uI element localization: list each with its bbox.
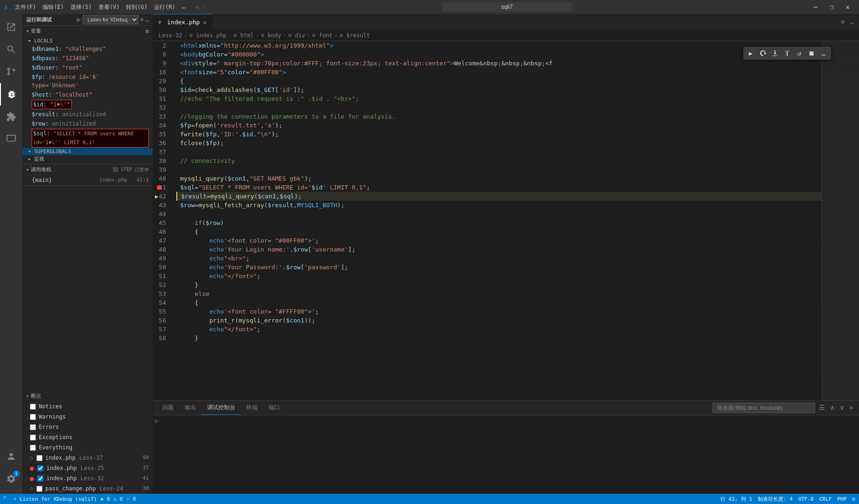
statusbar-layout-icon[interactable]: ⊟ bbox=[852, 496, 855, 502]
tab-split-right[interactable]: ⊟ bbox=[839, 18, 846, 26]
statusbar-debug-indicator[interactable]: ⚡ Listen for XDebug (sqli7) bbox=[4, 496, 97, 502]
var-sql[interactable]: $sql: "SELECT * FROM users WHERE id='1♦\… bbox=[22, 128, 153, 148]
menu-bar[interactable]: 文件(F) 编辑(E) 选择(S) 查看(V) 转到(G) 运行(R) … bbox=[12, 2, 188, 12]
panel-close-icon[interactable]: ✕ bbox=[848, 403, 855, 413]
statusbar-line-ending[interactable]: CRLF bbox=[819, 496, 832, 502]
bp-file-less25-checkbox[interactable] bbox=[37, 465, 43, 471]
activity-source-control[interactable] bbox=[0, 61, 22, 83]
debug-filter-input[interactable] bbox=[712, 403, 815, 413]
panel-tab-output[interactable]: 输出 bbox=[179, 401, 202, 415]
ln-44: 44 bbox=[153, 210, 171, 218]
activity-account[interactable] bbox=[0, 445, 22, 468]
breadcrumb-html[interactable]: ⊙ html bbox=[234, 32, 254, 39]
menu-edit[interactable]: 编辑(E) bbox=[40, 2, 67, 12]
debug-step-into-button[interactable] bbox=[769, 48, 781, 59]
nav-back[interactable]: ◁ bbox=[196, 4, 199, 10]
panel-tab-problems[interactable]: 问题 bbox=[157, 401, 179, 415]
code-content[interactable]: <html xmlns="http://www.w3.org/1999/xhtm… bbox=[176, 41, 822, 400]
tab-close-button[interactable]: ✕ bbox=[203, 19, 206, 26]
statusbar-warnings[interactable]: ⚠ 0 bbox=[113, 496, 123, 502]
debug-continue-button[interactable]: ▶ bbox=[745, 48, 756, 59]
code-line-29: { bbox=[176, 77, 822, 85]
maximize-button[interactable]: ❐ bbox=[824, 1, 839, 13]
activity-extensions[interactable] bbox=[0, 105, 22, 128]
panel-tab-ports[interactable]: 端口 bbox=[263, 401, 286, 415]
bp-file-less32-checkbox[interactable] bbox=[37, 476, 43, 482]
breakpoints-header[interactable]: ▾ 断点 bbox=[22, 391, 153, 401]
statusbar-encoding[interactable]: UTF-8 bbox=[798, 496, 814, 502]
variables-header[interactable]: ▾ 变量 ⊟ bbox=[22, 26, 153, 36]
locals-group[interactable]: ▾ Locals bbox=[22, 37, 153, 44]
statusbar-tab-size[interactable]: 制表符长度: 4 bbox=[758, 496, 793, 503]
statusbar-errors[interactable]: ⊗ 0 bbox=[100, 496, 110, 502]
tab-index-php[interactable]: P index.php ✕ bbox=[153, 14, 213, 30]
breadcrumb-body[interactable]: ⊙ body bbox=[261, 32, 281, 39]
activity-settings[interactable]: 1 bbox=[0, 468, 22, 490]
nav-forward[interactable]: ▷ bbox=[203, 4, 206, 10]
search-area bbox=[210, 2, 804, 12]
activity-explorer[interactable] bbox=[0, 16, 22, 38]
debug-step-out-button[interactable] bbox=[782, 48, 793, 59]
var-id[interactable]: $id: "1♦\'" bbox=[22, 99, 153, 110]
call-stack-header[interactable]: ▾ 调用堆栈 ⬛ step 已暂停 bbox=[22, 164, 153, 175]
call-stack-title: 调用堆栈 bbox=[31, 166, 51, 173]
debug-restart-button[interactable]: ↺ bbox=[794, 48, 805, 59]
bp-errors-label: Errors bbox=[39, 423, 59, 431]
statusbar-left: ⚡ Listen for XDebug (sqli7) ⊗ 0 ⚠ 0 ⚐ 0 bbox=[4, 496, 136, 502]
ln-58: 58 bbox=[153, 334, 171, 343]
panel-menu-icon[interactable]: ☰ bbox=[817, 403, 827, 413]
global-search-input[interactable] bbox=[442, 2, 573, 12]
expand-arrow[interactable]: ▷ bbox=[155, 417, 857, 424]
panel-tab-terminal[interactable]: 终端 bbox=[241, 401, 263, 415]
debug-config-select[interactable]: Listen for XDebug bbox=[83, 15, 139, 24]
variables-collapse-icon[interactable]: ⊟ bbox=[146, 28, 149, 34]
panel-tab-debug-console[interactable]: 调试控制台 bbox=[202, 401, 241, 415]
bp-errors-checkbox[interactable] bbox=[30, 424, 36, 430]
superglobals-group[interactable]: ▾ Superglobals bbox=[22, 148, 153, 155]
bp-everything-checkbox[interactable] bbox=[30, 445, 36, 451]
statusbar-line-col[interactable]: 行 42, 列 1 bbox=[720, 496, 752, 503]
bp-warnings-checkbox[interactable] bbox=[30, 414, 36, 420]
bp-file-less25-line: 37 bbox=[143, 464, 149, 472]
activity-remote[interactable] bbox=[0, 128, 22, 150]
debug-step-over-button[interactable] bbox=[757, 48, 768, 59]
debug-more-button[interactable]: … bbox=[818, 48, 829, 59]
tab-more[interactable]: … bbox=[848, 18, 855, 26]
bp-file-less17-dir: Less-17 bbox=[79, 454, 103, 462]
bp-notices-checkbox[interactable] bbox=[30, 404, 36, 410]
breadcrumb-sep3: › bbox=[256, 32, 259, 39]
panel-scroll-up-icon[interactable]: ∧ bbox=[829, 403, 836, 413]
debug-more-icon[interactable]: … bbox=[146, 16, 149, 23]
breadcrumb-file[interactable]: ⊙ index.php bbox=[189, 32, 226, 39]
bp-exceptions-checkbox[interactable] bbox=[30, 434, 36, 441]
breadcrumb-result[interactable]: ⊙ $result bbox=[340, 32, 370, 39]
code-line-39 bbox=[176, 165, 822, 174]
variables-title: 变量 bbox=[31, 28, 41, 35]
debug-stop-button[interactable]: ⏹ bbox=[806, 48, 817, 59]
breadcrumb-font[interactable]: ⊙ font bbox=[312, 32, 332, 39]
statusbar-info[interactable]: ⚐ 0 bbox=[126, 496, 136, 502]
monitor-section-header[interactable]: ▸ 监视 bbox=[22, 155, 153, 163]
menu-more[interactable]: … bbox=[179, 2, 188, 12]
breadcrumb-less32[interactable]: Less-32 bbox=[159, 32, 182, 39]
menu-goto[interactable]: 转到(G) bbox=[123, 2, 150, 12]
debug-settings-icon[interactable]: ⚙ bbox=[140, 16, 144, 23]
menu-run[interactable]: 运行(R) bbox=[151, 2, 178, 12]
menu-view[interactable]: 查看(V) bbox=[96, 2, 123, 12]
call-stack-item-main[interactable]: {main} index.php 42:1 bbox=[22, 175, 153, 185]
breadcrumb-div[interactable]: ⊙ div bbox=[288, 32, 305, 39]
code-line-30: $id=check_addslashes($_GET['id']); bbox=[176, 85, 822, 94]
close-button[interactable]: ✕ bbox=[840, 1, 855, 13]
activity-debug[interactable] bbox=[0, 83, 22, 105]
panel-scroll-down-icon[interactable]: ∨ bbox=[838, 403, 845, 413]
bp-file-less17-checkbox[interactable] bbox=[36, 455, 42, 461]
panel-content[interactable]: ▷ bbox=[153, 415, 859, 494]
minimize-button[interactable]: ─ bbox=[808, 1, 823, 13]
bp-file-less24-checkbox[interactable] bbox=[36, 486, 42, 492]
activity-search[interactable] bbox=[0, 38, 22, 61]
menu-select[interactable]: 选择(S) bbox=[68, 2, 95, 12]
ln-53: 53 bbox=[153, 289, 171, 298]
statusbar-language[interactable]: PHP bbox=[838, 496, 847, 502]
start-debug-button[interactable]: ▷ bbox=[77, 16, 80, 23]
menu-file[interactable]: 文件(F) bbox=[12, 2, 39, 12]
